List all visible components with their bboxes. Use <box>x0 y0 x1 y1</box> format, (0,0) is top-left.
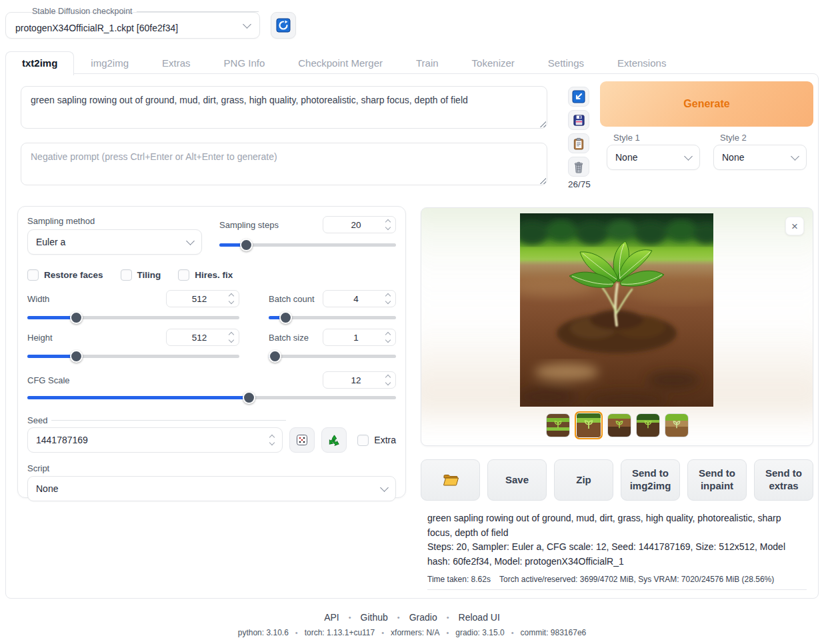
refresh-checkpoint-button[interactable] <box>271 12 296 39</box>
chevron-down-icon <box>684 152 693 161</box>
label-divider <box>137 11 259 12</box>
clipboard-icon <box>573 137 585 150</box>
tiling-label: Tiling <box>137 270 161 280</box>
version-python: python: 3.10.6 <box>238 628 289 637</box>
clear-prompt-button[interactable] <box>568 157 589 177</box>
spinner-icon[interactable] <box>383 220 393 229</box>
sprout-icon <box>643 420 652 429</box>
width-input[interactable] <box>172 294 227 304</box>
generation-params-text: Steps: 20, Sampler: Euler a, CFG scale: … <box>427 540 801 569</box>
style2-label: Style 2 <box>720 133 747 143</box>
time-taken: Time taken: 8.62s <box>427 575 491 584</box>
chevron-down-icon <box>243 20 251 29</box>
sprout-icon <box>672 420 681 429</box>
save-style-button[interactable] <box>568 110 589 130</box>
generate-button[interactable]: Generate <box>600 81 813 127</box>
style1-select[interactable]: None <box>607 145 700 170</box>
batch-count-numbox[interactable] <box>323 290 396 307</box>
tab-extras[interactable]: Extras <box>145 51 207 75</box>
tab-tokenizer[interactable]: Tokenizer <box>455 51 531 75</box>
send-to-extras-button[interactable]: Send to extras <box>754 459 813 501</box>
negative-prompt-input[interactable] <box>21 143 547 185</box>
sampling-steps-input[interactable] <box>329 220 383 230</box>
sprout-icon <box>615 420 623 429</box>
paste-params-button[interactable] <box>568 87 589 107</box>
style1-label: Style 1 <box>613 133 640 143</box>
apply-style-button[interactable] <box>568 133 589 153</box>
height-slider[interactable] <box>27 350 239 362</box>
thumbnail-2-selected[interactable] <box>575 411 603 439</box>
cfg-scale-numbox[interactable] <box>323 371 396 389</box>
tab-train[interactable]: Train <box>399 51 455 75</box>
thumbnail-4[interactable] <box>636 413 660 437</box>
recycle-icon <box>327 433 341 447</box>
thumbnail-1[interactable] <box>546 413 570 437</box>
version-xformers: xformers: N/A <box>391 628 439 637</box>
spinner-icon[interactable] <box>383 375 393 385</box>
generated-image[interactable] <box>520 213 713 407</box>
label-divider <box>51 420 286 421</box>
batch-size-input[interactable] <box>329 333 383 343</box>
sampling-steps-slider[interactable] <box>219 239 396 251</box>
hires-fix-checkbox[interactable]: Hires. fix <box>178 269 233 281</box>
close-icon: × <box>791 221 798 232</box>
open-folder-button[interactable] <box>421 459 480 501</box>
thumbnail-3[interactable] <box>607 413 631 437</box>
sampling-steps-numbox[interactable] <box>323 216 396 233</box>
checkpoint-select[interactable]: protogenX34OfficialR_1.ckpt [60fe2f34] <box>5 12 260 39</box>
cfg-scale-slider[interactable] <box>27 391 396 403</box>
tab-img2img[interactable]: img2img <box>74 51 145 75</box>
checkbox-icon <box>121 269 132 281</box>
send-to-inpaint-button[interactable]: Send to inpaint <box>687 459 747 501</box>
extra-seed-checkbox[interactable]: Extra <box>357 435 396 446</box>
batch-count-slider[interactable] <box>269 311 396 323</box>
batch-count-input[interactable] <box>329 294 383 304</box>
spinner-icon[interactable] <box>383 294 393 303</box>
tab-extensions[interactable]: Extensions <box>601 51 683 75</box>
footer-link-gradio[interactable]: Gradio <box>409 612 437 623</box>
tab-checkpoint-merger[interactable]: Checkpoint Merger <box>281 51 399 75</box>
height-input[interactable] <box>172 333 227 343</box>
sampling-method-label: Sampling method <box>27 216 202 226</box>
spinner-icon[interactable] <box>227 294 236 303</box>
spinner-icon[interactable] <box>383 333 393 342</box>
random-seed-button[interactable] <box>289 427 315 453</box>
restore-faces-checkbox[interactable]: Restore faces <box>27 269 103 281</box>
width-numbox[interactable] <box>166 290 239 307</box>
tab-txt2img[interactable]: txt2img <box>5 51 74 75</box>
seed-numbox[interactable] <box>27 427 283 453</box>
batch-size-slider[interactable] <box>269 350 396 362</box>
footer-link-github[interactable]: Github <box>361 612 388 623</box>
restore-faces-label: Restore faces <box>44 270 103 280</box>
thumbnail-strip <box>421 413 813 439</box>
width-slider[interactable] <box>27 311 239 323</box>
footer-link-api[interactable]: API <box>324 612 339 623</box>
spinner-icon[interactable] <box>227 333 236 342</box>
spinner-icon[interactable] <box>267 435 277 445</box>
send-to-img2img-button[interactable]: Send to img2img <box>621 459 680 501</box>
thumbnail-5[interactable] <box>665 413 689 437</box>
seed-input[interactable] <box>36 435 267 445</box>
prompt-input[interactable]: green sapling rowing out of ground, mud,… <box>21 86 547 129</box>
cfg-scale-input[interactable] <box>329 375 383 385</box>
dot-separator: • <box>511 629 514 637</box>
tab-settings[interactable]: Settings <box>531 51 601 75</box>
script-select[interactable]: None <box>27 476 396 501</box>
reuse-seed-button[interactable] <box>321 427 347 453</box>
tiling-checkbox[interactable]: Tiling <box>121 269 161 281</box>
dice-icon <box>295 433 309 447</box>
batch-size-numbox[interactable] <box>323 329 396 346</box>
footer-link-reload-ui[interactable]: Reload UI <box>459 612 500 623</box>
width-label: Width <box>27 294 49 304</box>
generation-meta-text: Time taken: 8.62s Torch active/reserved:… <box>427 575 807 590</box>
tab-png-info[interactable]: PNG Info <box>207 51 282 75</box>
close-gallery-button[interactable]: × <box>785 217 804 235</box>
save-button[interactable]: Save <box>487 459 547 501</box>
height-numbox[interactable] <box>166 329 239 346</box>
checkbox-icon <box>27 269 39 281</box>
sampling-method-select[interactable]: Euler a <box>27 229 202 255</box>
dot-separator: • <box>397 613 400 621</box>
style2-select[interactable]: None <box>713 145 807 170</box>
zip-button[interactable]: Zip <box>554 459 613 501</box>
checkpoint-value: protogenX34OfficialR_1.ckpt [60fe2f34] <box>15 17 244 33</box>
